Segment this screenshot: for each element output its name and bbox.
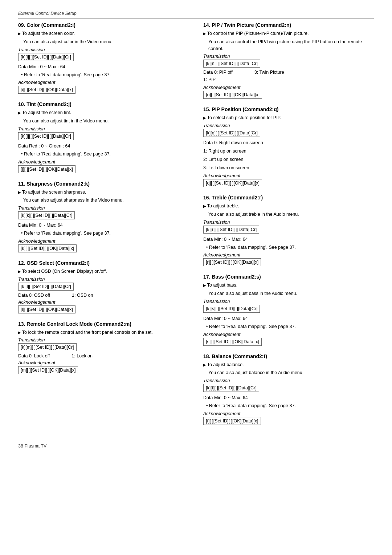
section-12-transmission-label: Transmission [18,277,189,282]
section-13: 13. Remote Control Lock Mode (Command2:m… [18,321,189,376]
section-10-transmission-code: [k][j][ ][Set ID][ ][Data][Cr] [18,132,74,140]
section-17-description: To adjust bass. [203,282,374,289]
section-14-sub-description: You can also control the PIP/Twin pictur… [203,39,374,52]
section-17-acknowledgement-code: [s][ ][Set ID][ ][OK][Data][x] [203,338,262,346]
section-11-sub-description: You can also adjust sharpness in the Vid… [18,197,189,204]
section-16-acknowledgement-label: Acknowledgement [203,252,374,258]
section-14-transmission-code: [k][n][ ][Set ID][ ][Data][Cr] [203,60,260,68]
section-13-transmission-code: [k][m][ ][Set ID][ ][Data][Cr] [18,343,77,351]
section-10-data-line: Data Red : 0 ~ Green : 64 [18,142,189,150]
section-11-bullet: Refer to 'Real data mapping'. See page 3… [18,230,189,237]
section-17-data-line: Data Min: 0 ~ Max: 64 [203,315,374,322]
section-12-data-two-col: Data 0: OSD off1: OSD on [18,293,189,298]
section-18-acknowledgement-label: Acknowledgement [203,411,374,416]
section-11-title: 11. Sharpness (Command2:k) [18,181,189,187]
section-16-transmission-code: [k][r][ ][Set ID][ ][Data][Cr] [203,226,259,234]
page-header: External Control Device Setup [18,11,374,19]
section-16: 16. Treble (Command2:r)To adjust treble.… [203,195,374,267]
section-18-transmission-code: [k][t][ ][Set ID][ ][Data][Cr] [203,384,259,392]
section-17-title: 17. Bass (Command2:s) [203,274,374,280]
header-text: External Control Device Setup [18,11,77,16]
section-14-transmission-label: Transmission [203,54,374,59]
section-09-transmission-code: [k][i][ ][Set ID][ ][Data][Cr] [18,53,74,61]
section-09-description: To adjust the screen color. [18,30,189,37]
left-column: 09. Color (Command2:i)To adjust the scre… [18,22,189,433]
section-14-acknowledgement-code: [n][ ][Set ID][ ][OK][Data][x] [203,91,262,99]
section-10-acknowledgement-code: [j][ ][Set ID][ ][OK][Data][x] [18,165,75,173]
section-14-data-two-col: Data 0: PIP off3: Twin Picture [203,70,374,75]
section-18-sub-description: You can also adjust balance in the Audio… [203,369,374,376]
section-11-transmission-label: Transmission [18,206,189,211]
section-17-bullet: Refer to 'Real data mapping'. See page 3… [203,323,374,330]
section-18-data-line: Data Min: 0 ~ Max: 64 [203,394,374,401]
section-17: 17. Bass (Command2:s)To adjust bass.You … [203,274,374,347]
section-12-description: To select OSD (On Screen Display) on/off… [18,268,189,275]
section-10-acknowledgement-label: Acknowledgement [18,159,189,165]
section-11-description: To adjust the screen sharpness. [18,189,189,196]
section-11-data-line: Data Min: 0 ~ Max: 64 [18,222,189,229]
section-09-acknowledgement-label: Acknowledgement [18,80,189,85]
section-15-description: To select sub picture position for PIP. [203,114,374,121]
section-11-acknowledgement-code: [k][ ][Set ID][ ][OK][Data][x] [18,244,77,252]
section-12-title: 12. OSD Select (Command2:l) [18,260,189,266]
section-14: 14. PIP / Twin Picture (Command2:n)To co… [203,22,374,100]
section-10-transmission-label: Transmission [18,126,189,131]
section-10-bullet: Refer to 'Real data mapping'. See page 3… [18,151,189,158]
section-14-acknowledgement-label: Acknowledgement [203,85,374,90]
section-14-data-extra: 1: PIP [203,76,374,83]
section-15-title: 15. PIP Position (Command2:q) [203,106,374,112]
section-16-description: To adjust treble. [203,203,374,210]
section-15-transmission-label: Transmission [203,123,374,128]
section-15-data-list-2: 2: Left up on screen [203,156,374,163]
section-12-transmission-code: [k][l][ ][Set ID][ ][Data][Cr] [18,283,74,291]
section-17-sub-description: You can also adjust bass in the Audio me… [203,290,374,297]
section-14-title: 14. PIP / Twin Picture (Command2:n) [203,22,374,28]
section-13-data-two-col: Data 0: Lock off1: Lock on [18,353,189,358]
section-16-sub-description: You can also adjust treble in the Audio … [203,211,374,218]
section-16-acknowledgement-code: [r][ ][Set ID][ ][OK][Data][x] [203,258,261,266]
section-09-sub-description: You can also adjust color in the Video m… [18,39,189,45]
section-12-acknowledgement-code: [l][ ][Set ID][ ][OK][Data][x] [18,305,75,313]
section-18-transmission-label: Transmission [203,378,374,383]
section-17-acknowledgement-label: Acknowledgement [203,332,374,337]
section-15-data-list-3: 3: Left down on screen [203,164,374,171]
section-11-acknowledgement-label: Acknowledgement [18,239,189,244]
section-15-transmission-code: [k][q][ ][Set ID][ ][Data][Cr] [203,129,260,137]
section-12: 12. OSD Select (Command2:l)To select OSD… [18,260,189,315]
section-13-title: 13. Remote Control Lock Mode (Command2:m… [18,321,189,327]
section-09-data-line: Data Min : 0 ~ Max : 64 [18,63,189,70]
section-09-bullet: Refer to 'Real data mapping'. See page 3… [18,72,189,78]
section-16-data-line: Data Min: 0 ~ Max: 64 [203,236,374,243]
right-column: 14. PIP / Twin Picture (Command2:n)To co… [203,22,374,433]
section-10-title: 10. Tint (Command2:j) [18,101,189,107]
section-09: 09. Color (Command2:i)To adjust the scre… [18,22,189,95]
section-13-acknowledgement-label: Acknowledgement [18,360,189,365]
section-15-data-list-0: Data 0: Right down on screen [203,139,374,146]
section-18-title: 18. Balance (Command2:t) [203,353,374,359]
section-10-sub-description: You can also adjust tint in the Video me… [18,118,189,125]
section-09-title: 09. Color (Command2:i) [18,22,189,28]
section-15-data-list-1: 1: Right up on screen [203,147,374,155]
section-16-transmission-label: Transmission [203,220,374,225]
section-10-description: To adjust the screen tint. [18,109,189,116]
section-13-transmission-label: Transmission [18,337,189,343]
section-13-acknowledgement-code: [m][ ][Set ID][ ][OK][Data][x] [18,366,78,374]
section-17-transmission-label: Transmission [203,299,374,304]
section-11: 11. Sharpness (Command2:k)To adjust the … [18,181,189,254]
section-09-transmission-label: Transmission [18,47,189,52]
section-10: 10. Tint (Command2:j)To adjust the scree… [18,101,189,174]
section-18: 18. Balance (Command2:t)To adjust balanc… [203,353,374,426]
section-12-acknowledgement-label: Acknowledgement [18,300,189,305]
section-11-transmission-code: [k][k][ ][Set ID][ ][Data][Cr] [18,211,75,219]
section-13-description: To lock the remote control and the front… [18,329,189,336]
section-16-title: 16. Treble (Command2:r) [203,195,374,200]
section-14-description: To control the PIP (Picture-in-Picture)/… [203,30,374,37]
page-footer: 38 Plasma TV [18,443,374,449]
section-09-acknowledgement-code: [i][ ][Set ID][ ][OK][Data][x] [18,86,75,94]
section-15-acknowledgement-label: Acknowledgement [203,173,374,178]
section-18-bullet: Refer to 'Real data mapping'. See page 3… [203,402,374,409]
section-18-description: To adjust balance. [203,361,374,368]
section-18-acknowledgement-code: [t][ ][Set ID][ ][OK][Data][x] [203,417,261,425]
section-16-bullet: Refer to 'Real data mapping'. See page 3… [203,244,374,251]
section-15-acknowledgement-code: [q][ ][Set ID][ ][OK][Data][x] [203,179,262,187]
